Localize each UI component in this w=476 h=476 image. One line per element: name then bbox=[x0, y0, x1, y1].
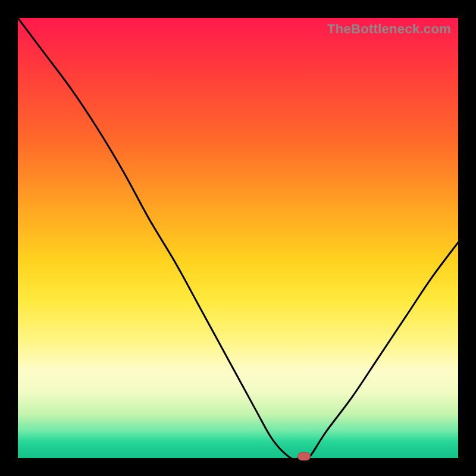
optimal-point-marker bbox=[298, 452, 311, 461]
chart-frame: TheBottleneck.com bbox=[0, 0, 476, 476]
plot-area: TheBottleneck.com bbox=[18, 18, 458, 458]
bottleneck-curve bbox=[18, 18, 458, 458]
